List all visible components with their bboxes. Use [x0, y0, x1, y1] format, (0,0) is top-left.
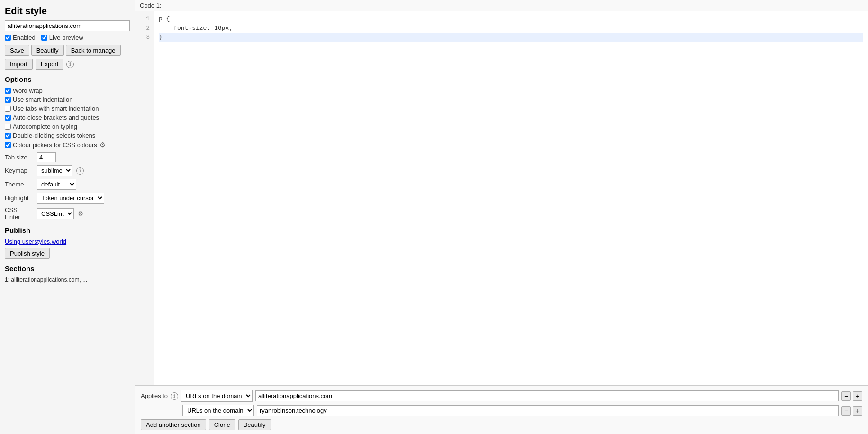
- export-button[interactable]: Export: [36, 59, 64, 70]
- code-header: Code 1:: [135, 0, 868, 11]
- autoclose-checkbox[interactable]: [5, 115, 11, 121]
- applies-select-1[interactable]: URLs on the domain URLs on the page All …: [181, 390, 253, 402]
- secondary-buttons: Import Export ℹ: [5, 59, 130, 70]
- domain-input[interactable]: [5, 20, 130, 31]
- plus-minus-1: − +: [841, 391, 862, 401]
- autocomplete-checkbox[interactable]: [5, 124, 11, 130]
- minus-button-1[interactable]: −: [841, 391, 851, 401]
- smart-indent-checkbox[interactable]: [5, 97, 11, 103]
- primary-buttons: Save Beautify Back to manage: [5, 45, 130, 56]
- css-linter-gear-icon[interactable]: ⚙: [78, 210, 84, 217]
- highlight-label: Highlight: [5, 195, 33, 202]
- code-line-1: p {: [159, 14, 863, 24]
- page-title: Edit style: [5, 6, 130, 17]
- keymap-row: Keymap sublime default vim emacs ℹ: [5, 165, 130, 176]
- bottom-bar: Applies to ℹ URLs on the domain URLs on …: [135, 386, 868, 434]
- css-linter-row: CSS Linter CSSLint None ⚙: [5, 206, 130, 221]
- applies-input-1[interactable]: [255, 390, 839, 401]
- tab-size-row: Tab size: [5, 152, 130, 162]
- applies-info-icon[interactable]: ℹ: [171, 392, 178, 400]
- plus-button-2[interactable]: +: [853, 406, 862, 416]
- main-content: Code 1: 1 2 3 p { font-size: 16px; } App…: [135, 0, 868, 434]
- code-body[interactable]: 1 2 3 p { font-size: 16px; }: [135, 11, 868, 385]
- word-wrap-checkbox[interactable]: [5, 88, 11, 94]
- enabled-label: Enabled: [13, 34, 36, 41]
- beautify-button[interactable]: Beautify: [31, 45, 64, 56]
- colour-pickers-checkbox[interactable]: [5, 142, 11, 148]
- publish-section: Publish Using userstyles.world Publish s…: [5, 226, 130, 259]
- top-checkboxes: Enabled Live preview: [5, 34, 130, 41]
- code-editor: Code 1: 1 2 3 p { font-size: 16px; }: [135, 0, 868, 386]
- enabled-checkbox-label[interactable]: Enabled: [5, 34, 36, 41]
- export-info-icon[interactable]: ℹ: [66, 61, 74, 68]
- sections-heading: Sections: [5, 265, 130, 273]
- option-tabs-indent: Use tabs with smart indentation: [5, 105, 130, 112]
- option-smart-indent: Use smart indentation: [5, 96, 130, 103]
- enabled-checkbox[interactable]: [5, 35, 11, 41]
- publish-heading: Publish: [5, 226, 130, 234]
- css-linter-select[interactable]: CSSLint None: [37, 208, 74, 219]
- code-line-2: font-size: 16px;: [159, 24, 863, 33]
- section-item: 1: alliterationapplications.com, ...: [5, 276, 130, 283]
- live-preview-checkbox[interactable]: [41, 35, 47, 41]
- plus-button-1[interactable]: +: [853, 391, 862, 401]
- code-line-3: }: [159, 33, 863, 42]
- minus-button-2[interactable]: −: [841, 406, 851, 416]
- live-preview-label: Live preview: [49, 34, 83, 41]
- double-click-checkbox[interactable]: [5, 133, 11, 139]
- bottom-beautify-button[interactable]: Beautify: [238, 419, 271, 430]
- applies-select-2[interactable]: URLs on the domain URLs on the page All …: [182, 405, 254, 416]
- theme-label: Theme: [5, 181, 33, 188]
- line-numbers: 1 2 3: [135, 11, 154, 385]
- applies-to-label: Applies to: [141, 392, 168, 399]
- option-autoclose: Auto-close brackets and quotes: [5, 114, 130, 121]
- applies-row-2: URLs on the domain URLs on the page All …: [141, 405, 862, 416]
- options-heading: Options: [5, 75, 130, 83]
- keymap-info-icon[interactable]: ℹ: [76, 167, 84, 175]
- using-userstyles-link[interactable]: Using userstyles.world: [5, 238, 130, 245]
- keymap-select[interactable]: sublime default vim emacs: [37, 165, 72, 176]
- publish-style-button[interactable]: Publish style: [5, 248, 50, 259]
- import-button[interactable]: Import: [5, 59, 33, 70]
- applies-input-2[interactable]: [257, 405, 839, 416]
- theme-row: Theme default monokai solarized: [5, 179, 130, 190]
- clone-button[interactable]: Clone: [209, 419, 235, 430]
- code-content[interactable]: p { font-size: 16px; }: [154, 11, 868, 385]
- sidebar: Edit style Enabled Live preview Save Bea…: [0, 0, 135, 434]
- line-num-2: 2: [139, 24, 150, 33]
- option-colour-pickers: Colour pickers for CSS colours ⚙: [5, 141, 130, 149]
- highlight-row: Highlight Token under cursor None: [5, 193, 130, 204]
- save-button[interactable]: Save: [5, 45, 29, 56]
- applies-row-1: Applies to ℹ URLs on the domain URLs on …: [141, 390, 862, 402]
- css-linter-label: CSS Linter: [5, 206, 33, 221]
- colour-pickers-gear-icon[interactable]: ⚙: [99, 141, 106, 149]
- line-num-1: 1: [139, 14, 150, 24]
- back-to-manage-button[interactable]: Back to manage: [66, 45, 121, 56]
- plus-minus-2: − +: [841, 406, 862, 416]
- sections-section: Sections 1: alliterationapplications.com…: [5, 265, 130, 283]
- line-num-3: 3: [139, 33, 150, 42]
- theme-select[interactable]: default monokai solarized: [37, 179, 76, 190]
- tabs-indent-checkbox[interactable]: [5, 106, 11, 112]
- keymap-label: Keymap: [5, 167, 33, 174]
- add-another-section-button[interactable]: Add another section: [141, 419, 206, 430]
- tab-size-label: Tab size: [5, 154, 33, 161]
- tab-size-input[interactable]: [37, 152, 56, 162]
- live-preview-checkbox-label[interactable]: Live preview: [41, 34, 83, 41]
- highlight-select[interactable]: Token under cursor None: [37, 193, 104, 204]
- option-autocomplete: Autocomplete on typing: [5, 123, 130, 130]
- option-word-wrap: Word wrap: [5, 87, 130, 94]
- bottom-actions: Add another section Clone Beautify: [141, 419, 862, 430]
- option-double-click: Double-clicking selects tokens: [5, 132, 130, 139]
